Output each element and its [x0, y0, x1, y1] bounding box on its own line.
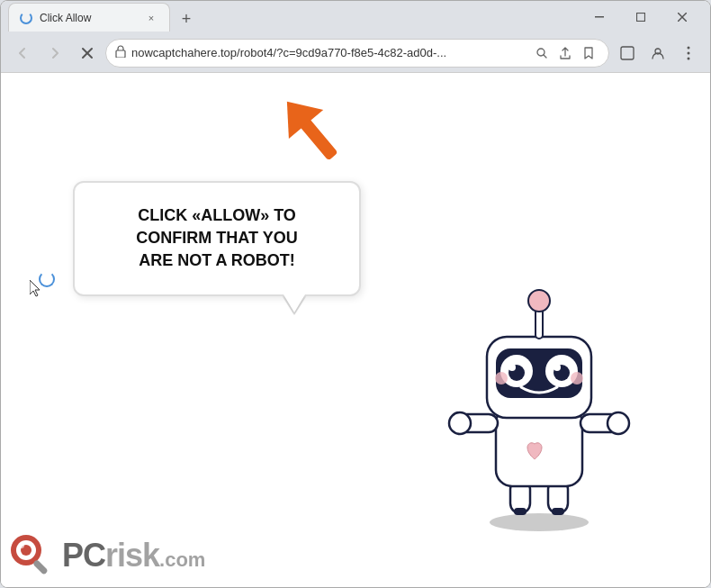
minimize-button[interactable]	[579, 1, 620, 33]
tabs-area: Click Allow × +	[8, 3, 579, 32]
new-tab-button[interactable]: +	[174, 6, 199, 32]
toolbar-right	[613, 39, 703, 68]
svg-point-11	[688, 46, 690, 49]
lock-icon	[115, 45, 126, 60]
svg-point-29	[528, 290, 550, 312]
url-text: nowcaptchahere.top/robot4/?c=9cd9a770-f8…	[131, 46, 526, 59]
svg-point-38	[571, 372, 583, 384]
svg-point-13	[688, 57, 690, 59]
title-bar: Click Allow × +	[1, 1, 710, 33]
tab-loading-spinner	[20, 12, 32, 24]
search-address-button[interactable]	[531, 42, 553, 64]
title-bar-inner: Click Allow × +	[8, 1, 703, 33]
pcrisk-domain: .com	[159, 548, 205, 572]
profile-button[interactable]	[644, 39, 672, 68]
pcrisk-watermark: PC risk .com	[1, 524, 226, 587]
reload-button[interactable]	[73, 39, 102, 68]
forward-button[interactable]	[40, 39, 69, 68]
svg-rect-0	[595, 16, 604, 18]
svg-point-35	[508, 364, 516, 371]
active-tab[interactable]: Click Allow ×	[8, 3, 170, 32]
pcrisk-pc: PC	[62, 537, 105, 574]
extensions-button[interactable]	[613, 39, 642, 68]
svg-rect-19	[514, 508, 526, 515]
bubble-text: CLICK «ALLOW» TO CONFIRM THAT YOU ARE NO…	[100, 204, 334, 273]
robot-illustration	[440, 281, 638, 533]
bookmark-button[interactable]	[578, 42, 599, 64]
svg-point-37	[495, 372, 508, 384]
menu-button[interactable]	[674, 39, 703, 68]
pcrisk-risk: risk	[105, 537, 159, 574]
svg-point-24	[449, 412, 471, 434]
orange-arrow	[266, 86, 365, 189]
pcrisk-logo-icon	[8, 532, 55, 579]
pcrisk-text-group: PC risk .com	[62, 537, 205, 574]
svg-line-8	[544, 55, 546, 58]
back-button[interactable]	[8, 39, 37, 68]
cursor	[30, 280, 40, 296]
svg-rect-9	[621, 47, 634, 59]
svg-rect-20	[552, 508, 564, 515]
svg-rect-6	[116, 50, 125, 58]
address-bar[interactable]: nowcaptchahere.top/robot4/?c=9cd9a770-f8…	[105, 39, 609, 68]
toolbar: nowcaptchahere.top/robot4/?c=9cd9a770-f8…	[1, 33, 710, 73]
tab-close-button[interactable]: ×	[144, 11, 158, 25]
browser-window: Click Allow × +	[0, 0, 711, 588]
svg-rect-42	[32, 559, 49, 575]
address-bar-actions	[531, 42, 599, 64]
page-content: CLICK «ALLOW» TO CONFIRM THAT YOU ARE NO…	[1, 73, 710, 587]
svg-point-36	[554, 364, 561, 371]
svg-rect-1	[637, 14, 645, 22]
svg-point-43	[19, 543, 24, 548]
tab-title: Click Allow	[40, 12, 137, 24]
svg-point-25	[608, 412, 629, 434]
close-window-button[interactable]	[662, 1, 703, 33]
restore-button[interactable]	[620, 1, 662, 33]
svg-point-16	[490, 513, 589, 531]
speech-bubble: CLICK «ALLOW» TO CONFIRM THAT YOU ARE NO…	[73, 181, 361, 296]
share-button[interactable]	[554, 42, 576, 64]
svg-point-12	[688, 51, 690, 54]
